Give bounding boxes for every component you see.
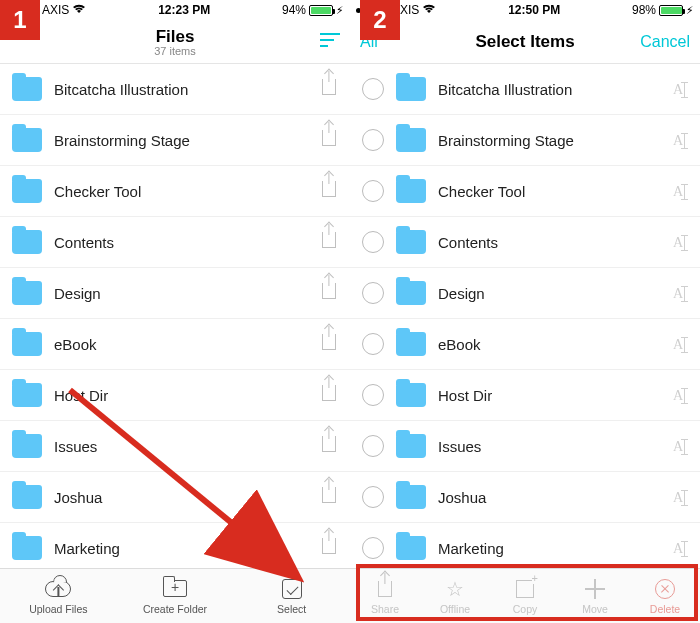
select-circle[interactable] — [362, 180, 384, 202]
rename-row-button[interactable]: A — [668, 437, 690, 455]
share-icon — [322, 232, 336, 248]
rename-row-button[interactable]: A — [668, 80, 690, 98]
wifi-icon — [72, 3, 86, 17]
folder-row-select[interactable]: IssuesA — [350, 421, 700, 472]
charging-icon: ⚡︎ — [686, 4, 694, 17]
rename-row-button[interactable]: A — [668, 386, 690, 404]
battery-icon — [309, 5, 333, 16]
folder-row-select[interactable]: Host DirA — [350, 370, 700, 421]
battery-icon — [659, 5, 683, 16]
select-circle[interactable] — [362, 537, 384, 559]
select-circle[interactable] — [362, 384, 384, 406]
share-row-button[interactable] — [318, 487, 340, 507]
share-button[interactable]: Share — [350, 569, 420, 623]
select-circle[interactable] — [362, 333, 384, 355]
rename-row-button[interactable]: A — [668, 131, 690, 149]
move-button[interactable]: Move — [560, 569, 630, 623]
folder-icon — [396, 536, 426, 560]
folder-icon — [12, 77, 42, 101]
rename-icon: A — [673, 337, 685, 353]
folder-row-select[interactable]: ContentsA — [350, 217, 700, 268]
delete-label: Delete — [650, 603, 680, 615]
charging-icon: ⚡︎ — [336, 4, 344, 17]
folder-row[interactable]: eBook — [0, 319, 350, 370]
rename-icon: A — [673, 439, 685, 455]
folder-row[interactable]: Issues — [0, 421, 350, 472]
battery-percent: 94% — [282, 3, 306, 17]
folder-row-select[interactable]: Bitcatcha IllustrationA — [350, 64, 700, 115]
share-icon — [322, 283, 336, 299]
cloud-upload-icon — [45, 581, 71, 597]
select-circle[interactable] — [362, 435, 384, 457]
folder-icon — [396, 485, 426, 509]
upload-files-button[interactable]: Upload Files — [0, 569, 117, 623]
folder-list[interactable]: Bitcatcha IllustrationBrainstorming Stag… — [0, 64, 350, 568]
rename-row-button[interactable]: A — [668, 488, 690, 506]
folder-row[interactable]: Design — [0, 268, 350, 319]
share-row-button[interactable] — [318, 436, 340, 456]
bottom-toolbar: Upload Files Create Folder Select — [0, 568, 350, 623]
folder-icon — [396, 230, 426, 254]
select-button[interactable]: Select — [233, 569, 350, 623]
folder-icon — [396, 434, 426, 458]
select-circle[interactable] — [362, 231, 384, 253]
share-icon — [322, 487, 336, 503]
share-icon — [322, 181, 336, 197]
filter-button[interactable] — [290, 33, 340, 51]
rename-row-button[interactable]: A — [668, 233, 690, 251]
folder-icon — [12, 128, 42, 152]
folder-row-select[interactable]: Checker ToolA — [350, 166, 700, 217]
folder-row-select[interactable]: eBookA — [350, 319, 700, 370]
share-row-button[interactable] — [318, 385, 340, 405]
folder-name: eBook — [438, 336, 656, 353]
folder-row[interactable]: Brainstorming Stage — [0, 115, 350, 166]
folder-row[interactable]: Joshua — [0, 472, 350, 523]
share-row-button[interactable] — [318, 538, 340, 558]
folder-icon — [12, 179, 42, 203]
folder-name: Design — [438, 285, 656, 302]
folder-icon — [12, 434, 42, 458]
rename-row-button[interactable]: A — [668, 335, 690, 353]
folder-icon — [396, 179, 426, 203]
folder-icon — [396, 332, 426, 356]
folder-row-select[interactable]: JoshuaA — [350, 472, 700, 523]
share-row-button[interactable] — [318, 181, 340, 201]
screen-files: AXIS 12:23 PM 94% ⚡︎ Files 37 items Bi — [0, 0, 350, 623]
folder-row[interactable]: Contents — [0, 217, 350, 268]
delete-button[interactable]: Delete — [630, 569, 700, 623]
share-row-button[interactable] — [318, 130, 340, 150]
move-icon — [585, 579, 605, 599]
share-row-button[interactable] — [318, 334, 340, 354]
share-row-button[interactable] — [318, 283, 340, 303]
carrier-label: AXIS — [42, 3, 69, 17]
select-circle[interactable] — [362, 282, 384, 304]
cancel-button[interactable]: Cancel — [640, 33, 690, 51]
share-icon — [322, 130, 336, 146]
folder-row[interactable]: Checker Tool — [0, 166, 350, 217]
folder-row[interactable]: Marketing — [0, 523, 350, 568]
folder-row-select[interactable]: Brainstorming StageA — [350, 115, 700, 166]
select-circle[interactable] — [362, 78, 384, 100]
share-row-button[interactable] — [318, 232, 340, 252]
folder-icon — [396, 77, 426, 101]
rename-row-button[interactable]: A — [668, 539, 690, 557]
folder-name: Design — [54, 285, 306, 302]
folder-row[interactable]: Host Dir — [0, 370, 350, 421]
rename-row-button[interactable]: A — [668, 182, 690, 200]
folder-row-select[interactable]: DesignA — [350, 268, 700, 319]
folder-row-select[interactable]: MarketingA — [350, 523, 700, 568]
folder-list-select[interactable]: Bitcatcha IllustrationABrainstorming Sta… — [350, 64, 700, 568]
status-time: 12:23 PM — [158, 3, 210, 17]
rename-row-button[interactable]: A — [668, 284, 690, 302]
offline-button[interactable]: ☆ Offline — [420, 569, 490, 623]
select-circle[interactable] — [362, 486, 384, 508]
star-icon: ☆ — [446, 579, 464, 599]
rename-icon: A — [673, 133, 685, 149]
share-row-button[interactable] — [318, 79, 340, 99]
create-folder-icon — [163, 580, 187, 597]
move-label: Move — [582, 603, 608, 615]
folder-row[interactable]: Bitcatcha Illustration — [0, 64, 350, 115]
copy-button[interactable]: Copy — [490, 569, 560, 623]
create-folder-button[interactable]: Create Folder — [117, 569, 234, 623]
select-circle[interactable] — [362, 129, 384, 151]
